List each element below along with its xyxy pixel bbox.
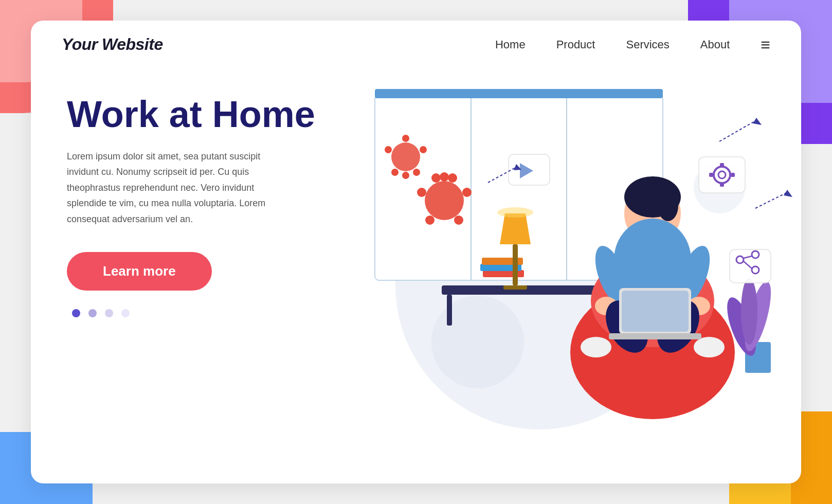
svg-point-44 bbox=[385, 146, 392, 153]
svg-rect-15 bbox=[503, 285, 527, 290]
svg-point-49 bbox=[454, 215, 463, 225]
svg-point-43 bbox=[391, 169, 399, 176]
svg-marker-72 bbox=[753, 118, 762, 125]
nav-links: Home Product Services About ≡ bbox=[495, 37, 770, 53]
svg-point-31 bbox=[694, 337, 725, 357]
dot-2[interactable] bbox=[88, 309, 97, 317]
nav-link-about[interactable]: About bbox=[700, 38, 730, 51]
svg-point-50 bbox=[425, 215, 435, 225]
svg-rect-62 bbox=[731, 173, 735, 177]
svg-rect-14 bbox=[513, 244, 518, 285]
nav-link-product[interactable]: Product bbox=[556, 38, 595, 51]
svg-rect-63 bbox=[730, 249, 771, 283]
main-card: Your Website Home Product Services About… bbox=[31, 21, 801, 483]
svg-rect-59 bbox=[720, 163, 724, 167]
svg-point-38 bbox=[741, 278, 757, 345]
svg-point-22 bbox=[658, 190, 678, 221]
svg-rect-8 bbox=[442, 285, 617, 295]
navbar: Your Website Home Product Services About… bbox=[31, 21, 801, 54]
nav-link-home[interactable]: Home bbox=[495, 38, 526, 51]
carousel-dots bbox=[67, 309, 329, 317]
svg-marker-16 bbox=[500, 213, 531, 244]
svg-point-53 bbox=[431, 173, 441, 183]
svg-rect-56 bbox=[699, 157, 745, 193]
dot-1[interactable] bbox=[72, 309, 80, 317]
svg-point-51 bbox=[417, 188, 426, 197]
svg-line-71 bbox=[719, 121, 755, 141]
illustration-svg bbox=[329, 54, 801, 476]
svg-point-30 bbox=[581, 337, 611, 357]
hero-left-content: Work at Home Lorem ipsum dolor sit amet,… bbox=[31, 54, 329, 317]
svg-point-52 bbox=[448, 173, 457, 183]
hero-title: Work at Home bbox=[67, 95, 329, 134]
svg-rect-5 bbox=[375, 89, 663, 98]
svg-point-40 bbox=[402, 135, 409, 142]
svg-point-46 bbox=[425, 181, 464, 220]
dot-4[interactable] bbox=[121, 309, 130, 317]
svg-rect-61 bbox=[709, 173, 713, 177]
svg-marker-74 bbox=[784, 190, 792, 197]
hero-illustration bbox=[329, 54, 801, 476]
hero-section: Work at Home Lorem ipsum dolor sit amet,… bbox=[31, 54, 801, 476]
nav-link-services[interactable]: Services bbox=[626, 38, 669, 51]
svg-point-1 bbox=[431, 296, 524, 388]
svg-rect-34 bbox=[609, 333, 701, 339]
svg-rect-9 bbox=[447, 295, 452, 326]
dot-3[interactable] bbox=[105, 309, 113, 317]
learn-more-button[interactable]: Learn more bbox=[67, 252, 212, 291]
hamburger-menu-icon[interactable]: ≡ bbox=[761, 37, 770, 53]
svg-point-17 bbox=[497, 207, 533, 218]
hero-description: Lorem ipsum dolor sit amet, sea putant s… bbox=[67, 149, 283, 227]
svg-line-73 bbox=[755, 193, 786, 208]
svg-rect-33 bbox=[622, 291, 689, 332]
svg-point-48 bbox=[462, 188, 472, 197]
brand-logo[interactable]: Your Website bbox=[62, 35, 163, 54]
svg-point-41 bbox=[420, 146, 427, 153]
svg-point-47 bbox=[440, 172, 449, 182]
svg-point-45 bbox=[402, 172, 409, 179]
svg-rect-60 bbox=[720, 183, 724, 187]
svg-point-42 bbox=[413, 169, 420, 176]
svg-point-39 bbox=[391, 142, 420, 171]
